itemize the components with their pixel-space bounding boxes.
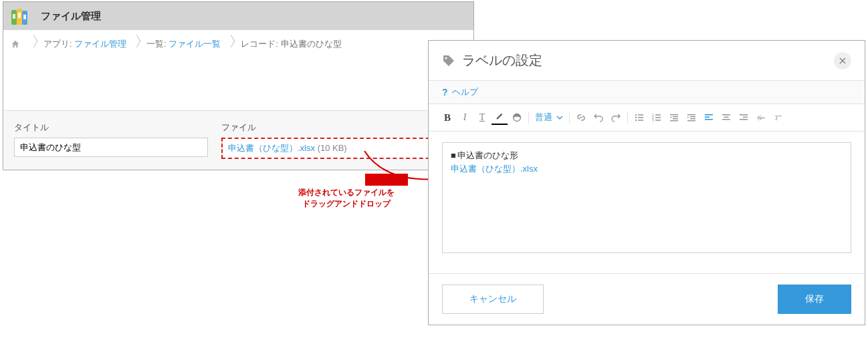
app-icon-binders xyxy=(10,6,34,26)
svg-rect-9 xyxy=(638,114,643,116)
svg-rect-3 xyxy=(13,14,15,19)
svg-rect-11 xyxy=(638,117,643,118)
file-field-group: ファイル 申込書（ひな型）.xlsx (10 KB) xyxy=(221,122,463,159)
strike-button[interactable]: S xyxy=(753,110,769,126)
svg-rect-23 xyxy=(670,120,678,122)
chevron-right-icon xyxy=(225,37,237,51)
svg-rect-36 xyxy=(743,117,748,118)
file-label: ファイル xyxy=(221,122,463,134)
cancel-button[interactable]: キャンセル xyxy=(442,285,544,314)
svg-rect-33 xyxy=(724,117,729,118)
svg-rect-15 xyxy=(655,114,661,116)
editor-toolbar: B I T 普通 123 xyxy=(429,104,865,132)
editor-file-link[interactable]: 申込書（ひな型）.xlsx xyxy=(451,163,843,175)
svg-rect-25 xyxy=(690,116,695,118)
bold-button[interactable]: B xyxy=(439,110,455,126)
save-button[interactable]: 保存 xyxy=(778,285,851,314)
breadcrumb-list: 一覧: ファイル一覧 xyxy=(142,35,225,53)
svg-text:×: × xyxy=(779,114,782,118)
app-title: ファイル管理 xyxy=(41,10,101,23)
font-size-select[interactable]: 普通 xyxy=(532,112,566,124)
svg-rect-17 xyxy=(655,117,661,118)
svg-rect-26 xyxy=(690,118,695,120)
chevron-right-icon xyxy=(130,37,142,51)
align-center-button[interactable] xyxy=(718,110,734,126)
help-icon: ? xyxy=(442,87,448,98)
svg-rect-13 xyxy=(638,120,643,121)
chevron-down-icon xyxy=(556,114,563,121)
tag-icon xyxy=(442,54,455,67)
svg-rect-19 xyxy=(655,120,661,121)
indent-button[interactable] xyxy=(683,110,699,126)
svg-rect-37 xyxy=(740,119,748,120)
file-management-panel: ファイル管理 アプリ: ファイル管理 一覧: ファイル一覧 レコード: 申込書の… xyxy=(3,1,474,170)
italic-button[interactable]: I xyxy=(457,110,473,126)
svg-point-8 xyxy=(635,114,637,116)
help-bar: ? ヘルプ xyxy=(429,80,865,104)
toolbar-separator xyxy=(569,112,570,124)
app-header: ファイル管理 xyxy=(3,2,473,30)
toolbar-separator xyxy=(528,112,529,124)
svg-rect-35 xyxy=(740,114,748,116)
svg-rect-27 xyxy=(687,120,695,122)
svg-rect-5 xyxy=(23,15,26,19)
home-icon[interactable] xyxy=(10,39,21,49)
svg-text:3: 3 xyxy=(652,118,654,122)
breadcrumb-app: アプリ: ファイル管理 xyxy=(39,35,130,53)
outdent-button[interactable] xyxy=(666,110,682,126)
label-settings-dialog: ラベルの設定 ? ヘルプ B I T 普通 xyxy=(428,40,865,325)
link-button[interactable] xyxy=(573,110,589,126)
breadcrumb-list-link[interactable]: ファイル一覧 xyxy=(169,39,221,49)
svg-rect-34 xyxy=(722,119,730,120)
undo-button[interactable] xyxy=(590,110,607,126)
svg-rect-4 xyxy=(18,13,21,18)
bg-color-button[interactable] xyxy=(509,110,525,126)
breadcrumb: アプリ: ファイル管理 一覧: ファイル一覧 レコード: 申込書のひな型 xyxy=(3,30,473,58)
svg-rect-32 xyxy=(722,114,730,116)
svg-rect-21 xyxy=(673,116,678,118)
title-field-group: タイトル xyxy=(14,122,208,157)
breadcrumb-record: レコード: 申込書のひな型 xyxy=(237,35,345,53)
help-link[interactable]: ヘルプ xyxy=(452,86,478,98)
redo-button[interactable] xyxy=(608,110,624,126)
clear-format-button[interactable]: T× xyxy=(770,110,786,126)
ul-button[interactable] xyxy=(631,110,647,126)
svg-point-10 xyxy=(635,117,637,118)
ol-button[interactable]: 123 xyxy=(649,110,665,126)
title-input[interactable] xyxy=(14,138,208,157)
dialog-footer: キャンセル 保存 xyxy=(429,273,865,325)
dialog-title: ラベルの設定 xyxy=(462,51,834,69)
title-label: タイトル xyxy=(14,122,208,134)
text-color-button[interactable] xyxy=(492,110,508,125)
svg-point-12 xyxy=(635,120,637,121)
dialog-header: ラベルの設定 xyxy=(429,41,865,80)
file-size: (10 KB) xyxy=(318,143,347,153)
breadcrumb-app-link[interactable]: ファイル管理 xyxy=(74,39,126,49)
svg-rect-39 xyxy=(757,118,765,118)
svg-text:T: T xyxy=(774,114,779,122)
form-row: タイトル ファイル 申込書（ひな型）.xlsx (10 KB) xyxy=(3,110,473,170)
svg-rect-28 xyxy=(705,114,713,116)
annotation-caption: 添付されているファイルを ドラッグアンドドロップ xyxy=(298,187,395,210)
toolbar-separator xyxy=(627,112,628,124)
editor-heading: 申込書のひな形 xyxy=(451,150,843,162)
chevron-right-icon xyxy=(27,37,39,51)
close-button[interactable] xyxy=(834,52,851,69)
rich-text-editor[interactable]: 申込書のひな形 申込書（ひな型）.xlsx xyxy=(442,142,851,253)
svg-rect-20 xyxy=(670,114,678,116)
svg-rect-30 xyxy=(705,119,713,120)
file-link[interactable]: 申込書（ひな型）.xlsx xyxy=(228,143,315,153)
svg-rect-24 xyxy=(687,114,695,116)
align-right-button[interactable] xyxy=(736,110,752,126)
underline-button[interactable]: T xyxy=(474,110,490,126)
annotation-red-block xyxy=(365,174,408,186)
svg-rect-29 xyxy=(705,117,710,118)
svg-point-6 xyxy=(445,57,447,59)
svg-rect-22 xyxy=(673,118,678,120)
align-left-button[interactable] xyxy=(701,110,717,126)
file-attachment-box[interactable]: 申込書（ひな型）.xlsx (10 KB) xyxy=(221,138,463,159)
